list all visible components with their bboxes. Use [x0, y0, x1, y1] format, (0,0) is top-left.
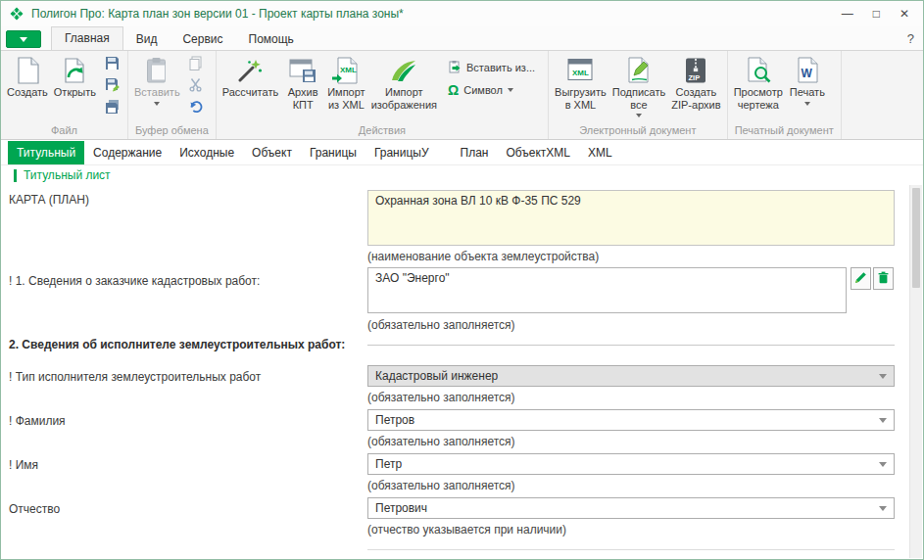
export-xml-icon: XML: [565, 54, 595, 84]
paste-button[interactable]: Вставить: [131, 52, 183, 122]
svg-text:XML: XML: [572, 69, 589, 77]
executor-type-value: Кадастровый инженер: [375, 369, 498, 383]
ribbon-group-file: Создать Открыть: [1, 51, 128, 139]
import-image-button[interactable]: Импорт изображения: [368, 52, 440, 122]
archive-kpt-icon: [288, 54, 317, 84]
preview-drawing-button[interactable]: Просмотр чертежа: [731, 52, 786, 122]
subtab-title: Титульный лист: [24, 168, 111, 182]
tab-plan[interactable]: План: [452, 141, 498, 164]
trash-icon: [877, 270, 890, 288]
tab-pomosch[interactable]: Помощь: [236, 28, 307, 50]
app-menu-button[interactable]: [6, 30, 41, 48]
customer-delete-button[interactable]: [873, 267, 894, 290]
copy-button[interactable]: [184, 55, 208, 75]
chevron-down-icon: [879, 374, 887, 379]
customer-label: ! 1. Сведения о заказчике кадастровых ра…: [9, 274, 260, 288]
svg-text:XML: XML: [340, 66, 357, 74]
create-button[interactable]: Создать: [4, 52, 51, 122]
open-button[interactable]: Открыть: [51, 52, 99, 122]
edit-pencil-icon: [854, 270, 867, 288]
executor-type-label: ! Тип исполнителя землеустроительных раб…: [9, 370, 261, 384]
ribbon-group-actions: Рассчитать Архив КПТ XML Импорт из XML: [217, 51, 549, 139]
ribbon-group-clipboard: Вставить Буфер обмена: [128, 51, 217, 139]
form-area: КАРТА (ПЛАН) Охранная зона ВЛ 10 кВ Ф-35…: [1, 185, 923, 559]
surname-value: Петров: [375, 413, 414, 427]
window-controls: — □ ✕: [842, 8, 909, 20]
ribbon-group-edocument: XML Выгрузить в XML Подписать все ZIP Со…: [549, 51, 728, 139]
surname-hint: (обязательно заполняется): [367, 435, 515, 448]
import-image-icon: [389, 54, 418, 84]
copy-icon: [188, 56, 203, 74]
sign-all-button[interactable]: Подписать все: [609, 52, 668, 122]
title-bar: Полигон Про: Карта план зон версии 01 - …: [1, 1, 923, 26]
firstname-hint: (обязательно заполняется): [367, 479, 515, 492]
customer-field[interactable]: ЗАО "Энерго": [367, 267, 847, 313]
karta-plan-field[interactable]: Охранная зона ВЛ 10 кВ Ф-35 ПС 529: [367, 190, 895, 246]
paste-from-icon: [448, 60, 462, 75]
ribbon-group-label: Печатный документ: [729, 123, 840, 139]
chevron-down-icon: [879, 418, 887, 423]
tab-xml[interactable]: XML: [579, 141, 621, 164]
ribbon-group-label: Файл: [2, 123, 126, 139]
archive-kpt-button[interactable]: Архив КПТ: [281, 52, 324, 122]
open-folder-icon: [61, 54, 88, 84]
close-button[interactable]: ✕: [900, 8, 909, 20]
symbol-button[interactable]: Ω Символ: [444, 80, 539, 100]
ribbon-tab-row: Главная Вид Сервис Помощь ?: [1, 26, 923, 50]
scrollbar-thumb[interactable]: [912, 188, 920, 288]
window-title: Полигон Про: Карта план зон версии 01 - …: [31, 7, 842, 21]
omega-icon: Ω: [448, 83, 459, 97]
cut-icon: [188, 77, 203, 96]
save-button[interactable]: [100, 55, 123, 75]
dropdown-arrow-icon: [636, 114, 642, 117]
import-xml-button[interactable]: XML Импорт из XML: [324, 52, 367, 122]
create-zip-button[interactable]: ZIP Создать ZIP-архив: [668, 52, 723, 122]
patronymic-combobox[interactable]: Петрович: [367, 497, 895, 519]
save-all-icon: [105, 99, 120, 117]
tab-granitsy[interactable]: Границы: [301, 141, 365, 164]
app-logo-icon: [9, 6, 24, 22]
calculate-wand-icon: [236, 54, 264, 84]
cut-button[interactable]: [184, 76, 208, 97]
tab-titulnyy[interactable]: Титульный: [8, 141, 84, 164]
paste-from-button[interactable]: Вставить из...: [444, 58, 539, 77]
active-section-marker: [14, 169, 17, 182]
sign-icon: [625, 54, 653, 84]
preview-drawing-icon: [745, 54, 772, 84]
save-as-icon: [105, 77, 120, 96]
print-button[interactable]: W Печать: [786, 52, 829, 122]
paste-icon: [145, 54, 170, 84]
patronymic-label: Отчество: [9, 502, 60, 516]
customer-hint: (обязательно заполняется): [367, 318, 515, 332]
tab-servis[interactable]: Сервис: [170, 28, 235, 50]
print-word-icon: W: [795, 54, 820, 84]
patronymic-value: Петрович: [375, 501, 427, 515]
maximize-button[interactable]: □: [873, 8, 880, 20]
executor-type-select[interactable]: Кадастровый инженер: [367, 365, 895, 387]
firstname-combobox[interactable]: Петр: [367, 453, 895, 475]
customer-edit-button[interactable]: [851, 267, 871, 290]
dropdown-arrow-icon: [508, 88, 513, 92]
tab-granitsy-u[interactable]: ГраницыУ: [365, 141, 438, 164]
tab-obekt-xml[interactable]: ОбъектXML: [498, 141, 580, 164]
undo-button[interactable]: [184, 98, 208, 118]
tab-glavnaya[interactable]: Главная: [51, 26, 123, 50]
help-button[interactable]: ?: [907, 31, 914, 46]
executor-type-hint: (обязательно заполняется): [367, 391, 515, 404]
tab-obekt[interactable]: Объект: [243, 141, 301, 164]
save-as-button[interactable]: [100, 76, 123, 97]
tab-soderzhanie[interactable]: Содержание: [84, 141, 170, 164]
save-icon: [105, 56, 120, 74]
app-window: Полигон Про: Карта план зон версии 01 - …: [0, 0, 924, 560]
save-all-button[interactable]: [100, 98, 123, 118]
ribbon-group-label: Буфер обмена: [129, 123, 215, 139]
vertical-scrollbar[interactable]: [909, 185, 922, 558]
surname-combobox[interactable]: Петров: [367, 409, 895, 431]
zip-icon: ZIP: [683, 54, 708, 84]
minimize-button[interactable]: —: [842, 8, 853, 20]
tab-iskhodnye[interactable]: Исходные: [170, 141, 243, 164]
tab-vid[interactable]: Вид: [123, 28, 170, 50]
export-xml-button[interactable]: XML Выгрузить в XML: [552, 52, 609, 122]
calculate-button[interactable]: Рассчитать: [219, 52, 281, 122]
firstname-value: Петр: [375, 457, 402, 471]
